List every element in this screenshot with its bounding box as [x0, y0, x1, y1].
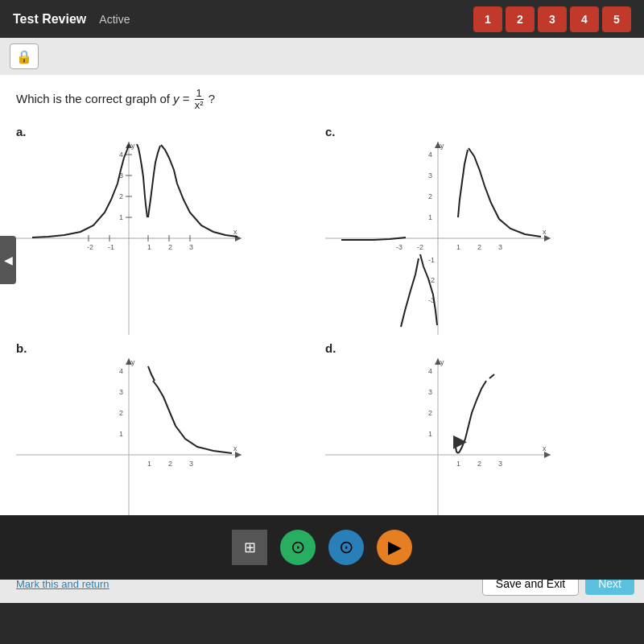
svg-text:3: 3 [189, 243, 193, 251]
lock-button[interactable]: 🔒 [10, 43, 39, 69]
svg-marker-51 [235, 452, 242, 458]
page-title: Test Review [13, 12, 86, 27]
graph-c-label: c. [325, 125, 628, 138]
side-arrow[interactable]: ◀ [0, 236, 16, 284]
nav-btn-2[interactable]: 2 [506, 6, 535, 32]
svg-text:2: 2 [168, 460, 172, 468]
svg-text:x: x [233, 444, 237, 452]
status-badge: Active [99, 13, 130, 26]
svg-text:1: 1 [147, 460, 151, 468]
svg-text:1: 1 [428, 430, 432, 438]
taskbar: ⊞ ⊙ ⊙ ▶ [0, 515, 644, 580]
taskbar-square-icon[interactable]: ⊞ [232, 530, 267, 565]
svg-text:2: 2 [428, 409, 432, 417]
svg-text:4: 4 [119, 151, 123, 159]
svg-text:2: 2 [477, 243, 481, 251]
svg-text:x: x [543, 228, 547, 236]
svg-text:2: 2 [168, 243, 172, 251]
svg-text:1: 1 [119, 430, 123, 438]
graph-a-area: -2 -1 1 2 3 1 2 3 4 [16, 142, 242, 335]
svg-text:2: 2 [477, 460, 481, 468]
taskbar-orange-icon[interactable]: ▶ [377, 530, 412, 565]
svg-text:-3: -3 [396, 243, 402, 251]
svg-text:y: y [440, 358, 444, 366]
graph-a-panel[interactable]: a. -2 -1 1 [16, 125, 319, 335]
lock-icon: 🔒 [16, 49, 32, 64]
nav-btn-1[interactable]: 1 [473, 6, 502, 32]
svg-text:y: y [131, 358, 135, 366]
svg-text:3: 3 [428, 171, 432, 180]
graph-a-svg: -2 -1 1 2 3 1 2 3 4 [16, 142, 242, 335]
formula-fraction: 1 x² [193, 88, 205, 112]
svg-text:1: 1 [456, 243, 460, 251]
graph-b-label: b. [16, 341, 319, 355]
svg-text:-1: -1 [108, 243, 114, 251]
svg-text:-2: -2 [87, 243, 93, 251]
svg-text:x: x [543, 444, 547, 452]
nav-btn-3[interactable]: 3 [538, 6, 567, 32]
graph-d-label: d. [325, 341, 628, 355]
content-area: ◀ Which is the correct graph of y = 1 x²… [0, 75, 644, 564]
graph-c-area: -3 -2 1 2 3 1 2 3 4 -1 -2 -3 [325, 142, 551, 335]
svg-text:1: 1 [147, 243, 151, 251]
graph-a-label: a. [16, 125, 319, 138]
svg-text:1: 1 [428, 213, 432, 221]
taskbar-blue-icon[interactable]: ⊙ [328, 530, 364, 565]
svg-text:3: 3 [498, 243, 502, 251]
svg-text:2: 2 [119, 192, 123, 200]
question-nav: 1 2 3 4 5 [473, 6, 631, 32]
svg-text:1: 1 [456, 460, 460, 468]
svg-marker-38 [544, 235, 551, 242]
cursor-indicator: ▶ [453, 431, 467, 452]
svg-text:y: y [131, 142, 135, 150]
svg-text:4: 4 [428, 151, 432, 159]
svg-text:-2: -2 [417, 243, 423, 251]
graph-c-panel[interactable]: c. -3 -2 1 2 3 1 2 3 [325, 125, 628, 335]
svg-marker-64 [544, 452, 551, 458]
svg-text:3: 3 [428, 388, 432, 396]
taskbar-green-icon[interactable]: ⊙ [280, 530, 316, 565]
question-text: Which is the correct graph of y = 1 x² ? [16, 88, 628, 112]
svg-text:3: 3 [498, 460, 502, 468]
svg-text:-1: -1 [428, 256, 435, 264]
svg-text:2: 2 [428, 192, 432, 200]
toolbar: 🔒 [0, 38, 644, 75]
svg-text:3: 3 [119, 388, 123, 396]
nav-btn-4[interactable]: 4 [570, 6, 599, 32]
svg-text:2: 2 [119, 409, 123, 417]
svg-text:4: 4 [428, 367, 432, 375]
graphs-container: a. -2 -1 1 [16, 125, 628, 551]
svg-text:4: 4 [119, 367, 123, 375]
graph-c-svg: -3 -2 1 2 3 1 2 3 4 -1 -2 -3 [325, 142, 551, 335]
header: Test Review Active 1 2 3 4 5 [0, 0, 644, 38]
svg-text:x: x [233, 228, 237, 236]
nav-btn-5[interactable]: 5 [602, 6, 631, 32]
svg-text:3: 3 [189, 460, 193, 468]
svg-text:1: 1 [119, 213, 123, 221]
svg-text:y: y [440, 142, 444, 150]
